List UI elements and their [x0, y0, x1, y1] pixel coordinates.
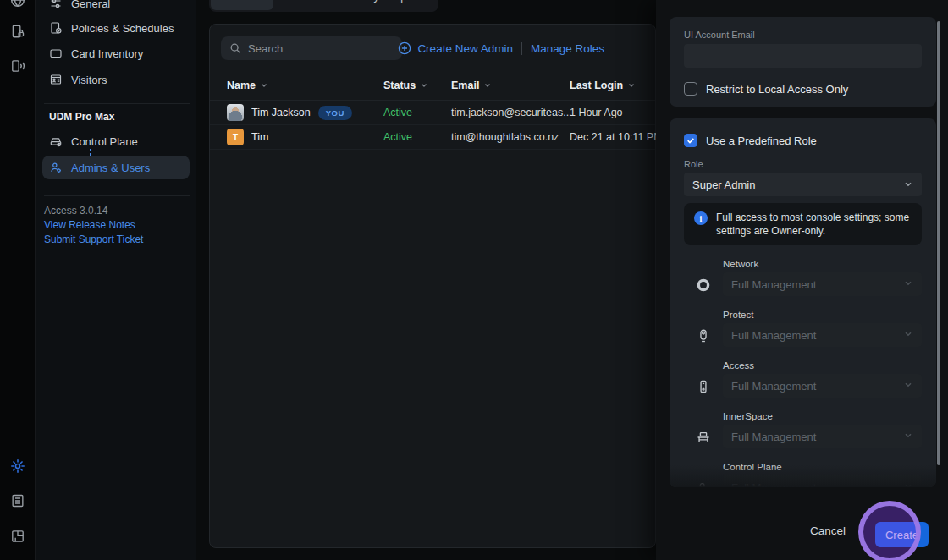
admins-table-card: Create New Admin Manage Roles Name Statu… [209, 24, 656, 548]
sidebar-item-label: Control Plane [71, 135, 138, 148]
card-icon [49, 47, 63, 60]
restrict-local-access-label: Restrict to Local Access Only [706, 83, 848, 96]
toolbar-divider [521, 42, 522, 55]
logs-clipboard-icon[interactable] [9, 492, 26, 509]
role-info-box: i Full access to most console settings; … [684, 203, 922, 245]
unifi-access-admins-screen: General Policies & Schedules Card Invent… [0, 0, 948, 560]
predefined-role-checkbox-row[interactable]: Use a Predefined Role [684, 134, 922, 147]
sidebar-item-control-plane[interactable]: Control Plane [42, 129, 190, 153]
check-icon [686, 136, 695, 145]
column-header-email[interactable]: Email [451, 80, 492, 91]
chevron-down-icon [420, 81, 428, 90]
permission-select[interactable]: Full Management [723, 475, 922, 487]
search-input-wrapper[interactable] [221, 36, 402, 60]
search-input[interactable] [248, 42, 383, 55]
sidebar-item-policies-schedules[interactable]: Policies & Schedules [42, 16, 190, 40]
sidebar-item-label: Card Inventory [71, 47, 143, 60]
app-name-label: Control Plane [723, 462, 922, 472]
network-icon [696, 277, 711, 293]
account-email-card: UI Account Email Restrict to Local Acces… [670, 17, 936, 107]
app-permission-row: InnerSpaceFull Management [684, 411, 922, 448]
permission-select[interactable]: Full Management [723, 272, 922, 296]
chevron-down-icon [903, 329, 913, 342]
permission-select[interactable]: Full Management [723, 425, 922, 448]
sidebar-item-card-inventory[interactable]: Card Inventory [42, 41, 190, 65]
tab-identity-endpoint[interactable]: Identity Endpoint [331, 0, 437, 10]
tab-users[interactable]: Users [275, 0, 330, 10]
role-select[interactable]: Super Admin [684, 173, 922, 196]
predefined-role-label: Use a Predefined Role [706, 135, 817, 147]
plus-circle-icon [398, 41, 411, 55]
status-value: Active [383, 131, 412, 143]
sidebar-divider [44, 195, 190, 196]
email-value: tim@thoughtlabs.co.nz [451, 131, 559, 143]
status-value: Active [383, 107, 412, 118]
admins-users-tabbar: Admins Users Identity Endpoint [209, 0, 438, 12]
role-label: Role [684, 159, 922, 169]
create-admin-modal: UI Account Email Restrict to Local Acces… [656, 0, 948, 560]
app-name-label: Access [723, 360, 922, 371]
submit-support-ticket-link[interactable]: Submit Support Ticket [44, 233, 143, 245]
info-icon: i [694, 211, 708, 225]
view-release-notes-link[interactable]: View Release Notes [44, 219, 135, 231]
app-permission-row: Control PlaneFull Management [684, 462, 922, 487]
innerspace-icon [696, 430, 711, 445]
table-row[interactable]: TTimActivetim@thoughtlabs.co.nzDec 21 at… [210, 125, 655, 150]
permission-select[interactable]: Full Management [723, 323, 922, 347]
checkbox-checked[interactable] [684, 134, 697, 147]
chevron-down-icon [903, 278, 913, 291]
app-version: Access 3.0.14 [44, 205, 107, 217]
column-header-name[interactable]: Name [227, 80, 268, 91]
protect-icon [696, 328, 711, 343]
ui-account-email-field[interactable] [684, 44, 922, 68]
person-gear-icon [49, 161, 63, 174]
permission-value: Full Management [731, 431, 816, 443]
floorplan-icon[interactable] [9, 528, 26, 545]
chevron-down-icon [903, 481, 913, 488]
checkbox-unchecked[interactable] [684, 82, 697, 96]
sidebar-item-label: Policies & Schedules [71, 22, 174, 35]
cancel-button[interactable]: Cancel [810, 524, 846, 537]
avatar [227, 104, 244, 121]
create-new-admin-button[interactable]: Create New Admin [398, 41, 513, 55]
search-icon [229, 42, 241, 54]
console-gear-icon [49, 135, 63, 148]
email-value: tim.jackson@securiteas... [451, 107, 572, 118]
sidebar-item-general[interactable]: General [42, 0, 190, 15]
last-login-value: Dec 21 at 10:11 PM [570, 131, 663, 143]
sidebar-item-visitors[interactable]: Visitors [42, 68, 190, 91]
admin-name: Tim [251, 131, 268, 143]
sliders-icon [49, 0, 63, 10]
sidebar: General Policies & Schedules Card Invent… [36, 0, 196, 560]
permission-value: Full Management [731, 329, 816, 342]
chevron-down-icon [903, 431, 913, 443]
app-name-label: InnerSpace [723, 411, 922, 421]
permission-select[interactable]: Full Management [723, 374, 922, 398]
manage-roles-button[interactable]: Manage Roles [531, 42, 604, 55]
table-row[interactable]: Tim JacksonYOUActivetim.jackson@securite… [210, 101, 655, 125]
chevron-down-icon [483, 81, 492, 90]
create-button[interactable]: Create [875, 522, 929, 547]
door-security-icon[interactable] [9, 23, 26, 40]
tab-admins[interactable]: Admins [211, 0, 273, 10]
table-body: Tim JacksonYOUActivetim.jackson@securite… [210, 101, 655, 150]
globe-icon[interactable] [9, 0, 26, 8]
role-info-text: Full access to most console settings; so… [716, 211, 912, 238]
role-card: Use a Predefined Role Role Super Admin i… [670, 118, 936, 487]
admin-name: Tim Jackson [251, 107, 311, 118]
ui-account-email-label: UI Account Email [684, 30, 922, 40]
app-permission-row: AccessFull Management [684, 360, 922, 398]
column-header-status[interactable]: Status [383, 80, 428, 91]
settings-gear-icon[interactable] [9, 458, 26, 475]
reader-icon[interactable] [9, 58, 26, 74]
modal-footer: Cancel Create [656, 513, 948, 560]
restrict-local-access-checkbox-row[interactable]: Restrict to Local Access Only [684, 82, 922, 96]
app-name-label: Network [723, 259, 922, 269]
policies-icon [49, 21, 63, 35]
column-header-last-login[interactable]: Last Login [570, 80, 636, 91]
chevron-down-icon [260, 81, 268, 90]
app-rail [0, 0, 36, 560]
table-header: Name Status Email Last Login [210, 72, 655, 101]
sidebar-item-admins-users[interactable]: Admins & Users [42, 156, 190, 179]
modal-scrollbar[interactable] [937, 21, 940, 465]
